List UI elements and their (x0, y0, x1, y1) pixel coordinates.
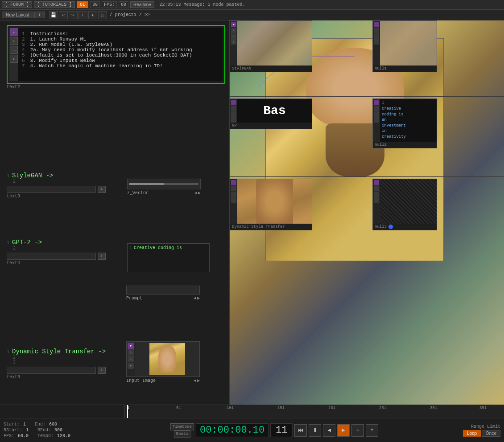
vp-null2-icon4[interactable] (374, 117, 379, 123)
rstart-rend-row: RStart: 1 REnd: 600 (4, 428, 121, 433)
instr-icon-3[interactable]: → (10, 46, 18, 54)
input-image-preview: ● ✎ → ♦ (126, 341, 200, 377)
gpt2-plus-btn[interactable]: + (98, 253, 106, 260)
ruler-mark-1: 1 (127, 406, 129, 410)
gpt2-title: GPT-2 -> (12, 239, 42, 246)
vp-null1-icon2[interactable] (374, 28, 379, 33)
timeline-left (0, 405, 125, 418)
bottom-left-stats: Start: 1 End: 600 RStart: 1 REnd: 600 FP… (0, 418, 125, 442)
slider-track (129, 183, 198, 185)
instructions-content: 1Instructions: 21. Launch Runway ML 32. … (18, 28, 223, 81)
img-icon-4[interactable]: ♦ (128, 363, 134, 369)
vp-null3-image (380, 179, 437, 224)
viewport: ● ✎ → ♦ StyleGAN (230, 20, 504, 405)
breadcrumb: / project1 / >> (110, 12, 150, 17)
dst-text-label: text5 (7, 375, 106, 380)
vp-dst-icons (230, 179, 237, 224)
gpt-output-line1: 1 Creative coding is (129, 246, 207, 250)
instructions-label: text2 (7, 85, 225, 90)
vp-stylegan-content (237, 21, 312, 65)
realtime-btn[interactable]: Realtime (130, 1, 154, 8)
undo-icon[interactable]: ↩ (59, 11, 68, 19)
vp-dst-icon1[interactable] (231, 180, 236, 185)
input-image-label: Input_Image (126, 378, 193, 383)
vp-null3-label: null3 (375, 225, 387, 229)
bottom-bar: Start: 1 End: 600 RStart: 1 REnd: 600 FP… (0, 418, 504, 442)
instr-icon-4[interactable]: ♦ (10, 55, 18, 63)
z-vector-arrow-right[interactable]: ▶ (198, 190, 201, 196)
img-icon-2[interactable]: ✎ (128, 349, 134, 356)
gpt2-text-input[interactable] (7, 253, 96, 260)
stylegan-plus-btn[interactable]: + (98, 186, 106, 193)
vp-gpt-icon1[interactable] (231, 100, 236, 105)
plus-layout-btn[interactable]: + (34, 12, 45, 18)
home-icon[interactable]: ⌂ (98, 11, 107, 19)
vp-dst-icon3[interactable] (231, 192, 236, 197)
vp-null2-icon2[interactable] (374, 106, 379, 111)
stylegan-text-input[interactable] (7, 186, 96, 193)
add-icon[interactable]: + (78, 11, 87, 19)
img-icon-1[interactable]: ● (128, 343, 134, 349)
prompt-input-area[interactable] (126, 286, 200, 295)
vp-stylegan-icon3[interactable]: → (231, 33, 236, 39)
dst-title-area: 1 Dynamic Style Transfer -> 2 3 + text5 (7, 348, 106, 380)
z-vector-widget: z_Vector ◀ ▶ (127, 179, 201, 196)
vp-dst-icon2[interactable] (231, 186, 236, 191)
vp-gpt-icon4[interactable] (231, 117, 236, 123)
vp-dst-icon4[interactable] (231, 197, 236, 203)
transport-plus[interactable]: + (366, 424, 378, 437)
vp-stylegan-icon4[interactable]: ♦ (231, 39, 236, 45)
redo-icon[interactable]: ↪ (69, 11, 78, 19)
input-arrow-left[interactable]: ◀ (194, 378, 196, 383)
vp-null2-icon1[interactable] (374, 100, 379, 105)
second-toolbar: New Layout + 💾 ↩ ↪ + ★ ⌂ / project1 / >> (0, 10, 504, 20)
star-icon[interactable]: ★ (88, 11, 97, 19)
dst-line3: 3 (13, 360, 106, 365)
new-layout-btn[interactable]: New Layout (2, 12, 33, 18)
transport-step-back[interactable]: ◀ (323, 424, 335, 437)
dst-line2: 2 (13, 355, 106, 360)
vp-null1-icon4[interactable] (374, 39, 379, 45)
vp-null3-icon2[interactable] (374, 186, 379, 191)
save-icon[interactable]: 💾 (49, 11, 58, 19)
vp-gpt-icon3[interactable] (231, 111, 236, 117)
img-icon-3[interactable]: → (128, 356, 134, 362)
dst-text-input[interactable] (7, 367, 96, 374)
vp-gpt-icon2[interactable] (231, 106, 236, 111)
instr-icon-1[interactable]: ● (10, 28, 18, 36)
once-btn[interactable]: Once (482, 430, 500, 437)
vp-null3-label-row: null3 (373, 224, 437, 230)
node-editor: ● ✎ → ♦ 1Instructions: 21. Launch Runway… (0, 20, 230, 405)
gpt2-line1: 1 (7, 241, 9, 246)
z-vector-arrow-left[interactable]: ◀ (194, 190, 197, 196)
prompt-arrow-left[interactable]: ◀ (194, 295, 196, 301)
ruler-mark-151: 151 (277, 406, 285, 410)
gpt2-line2: 2 (13, 246, 106, 251)
dst-plus-btn[interactable]: + (98, 367, 106, 374)
loop-btn[interactable]: Loop (463, 430, 481, 437)
timeline-ruler[interactable]: 1 51 101 151 201 251 301 351 (125, 405, 504, 418)
vp-null2-icon3[interactable] (374, 111, 379, 117)
oi-btn[interactable]: OI (77, 1, 88, 8)
prompt-arrow-right[interactable]: ▶ (197, 295, 200, 301)
ruler-mark-301: 301 (430, 406, 437, 410)
transport-play[interactable]: ▶ (337, 424, 350, 437)
transport-pause[interactable]: ⏸ (309, 424, 321, 437)
vp-stylegan-icon2[interactable]: ✎ (231, 28, 236, 33)
vp-stylegan-icon1[interactable]: ● (231, 22, 236, 27)
vp-null3-icon3[interactable] (374, 192, 379, 197)
tutorials-btn[interactable]: [ TUTORIALS ] (34, 1, 75, 8)
z-vector-slider[interactable] (127, 179, 201, 189)
vp-null1-icon1[interactable] (374, 22, 379, 27)
vp-null3-blue-dot (388, 225, 393, 229)
input-arrow-right[interactable]: ▶ (197, 378, 200, 383)
vp-null1-icon3[interactable] (374, 33, 379, 39)
dst-title: Dynamic Style Transfer -> (12, 348, 106, 355)
transport-to-start[interactable]: ⏮ (294, 424, 307, 437)
forum-btn[interactable]: [ FORUM ] (2, 1, 32, 8)
transport-minus[interactable]: − (351, 424, 364, 437)
vp-null3-icon1[interactable] (374, 180, 379, 185)
instr-icon-2[interactable]: ✎ (10, 37, 18, 45)
mona-thumbnail (149, 343, 185, 375)
vp-null3-icon4[interactable] (374, 197, 379, 203)
